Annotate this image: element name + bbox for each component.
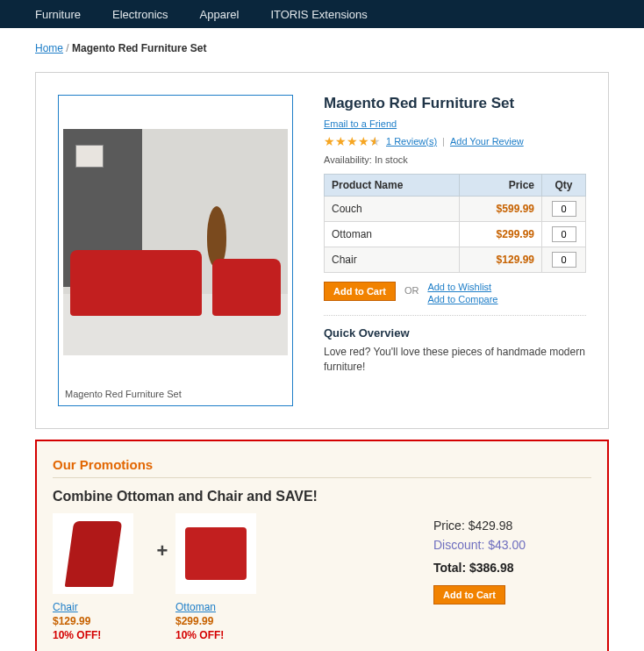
pipe-separator: |	[442, 136, 445, 147]
promo-item-discount: 10% OFF!	[53, 629, 149, 641]
option-price: $299.99	[459, 222, 541, 247]
promo-name-link[interactable]: Ottoman	[175, 601, 272, 613]
promo-discount-line: Discount: $43.00	[433, 538, 591, 552]
nav-item-furniture[interactable]: Furniture	[11, 8, 97, 21]
plus-icon: +	[149, 513, 175, 562]
nav-item-apparel[interactable]: Apparel	[184, 8, 255, 21]
promotions-heading: Our Promotions	[53, 457, 591, 478]
promo-item-ottoman: Ottoman $299.99 10% OFF!	[175, 513, 272, 641]
quick-overview-text: Love red? You'll love these pieces of ha…	[324, 345, 586, 375]
rating-stars-icon: ★★★★★	[324, 135, 381, 147]
availability-label: Availability:	[324, 154, 372, 165]
qty-input-couch[interactable]	[552, 201, 576, 217]
promo-total-value: $386.98	[469, 561, 514, 575]
add-to-wishlist-link[interactable]: Add to Wishlist	[427, 282, 497, 292]
add-review-link[interactable]: Add Your Review	[450, 136, 524, 147]
breadcrumb-home[interactable]: Home	[35, 42, 63, 54]
email-friend-link[interactable]: Email to a Friend	[324, 118, 397, 129]
option-name: Couch	[325, 197, 460, 222]
table-row: Chair $129.99	[325, 247, 586, 273]
promo-price-label: Price:	[433, 519, 465, 533]
product-image	[63, 129, 288, 355]
promotions-panel: Our Promotions Combine Ottoman and Chair…	[35, 440, 609, 651]
availability-value: In stock	[375, 154, 408, 165]
promo-add-to-cart-button[interactable]: Add to Cart	[433, 585, 505, 604]
nav-item-electronics[interactable]: Electronics	[97, 8, 184, 21]
table-row: Ottoman $299.99	[325, 222, 586, 247]
product-image-box[interactable]: Magento Red Furniture Set	[58, 95, 293, 406]
top-nav: Furniture Electronics Apparel ITORIS Ext…	[0, 0, 644, 28]
promo-price-line: Price: $429.98	[433, 519, 591, 533]
promo-discount-label: Discount:	[433, 538, 484, 552]
breadcrumb-current: Magento Red Furniture Set	[72, 42, 206, 54]
promo-item-chair: Chair $129.99 10% OFF!	[53, 513, 149, 641]
table-row: Couch $599.99	[325, 197, 586, 222]
promo-totals: Price: $429.98 Discount: $43.00 Total: $…	[433, 513, 591, 604]
col-product-name: Product Name	[325, 175, 460, 197]
product-gallery: Magento Red Furniture Set	[58, 95, 293, 406]
review-summary: ★★★★★ 1 Review(s) | Add Your Review	[324, 135, 586, 147]
promo-total-line: Total: $386.98	[433, 561, 591, 575]
nav-item-itoris[interactable]: ITORIS Extensions	[254, 8, 383, 21]
promo-item-discount: 10% OFF!	[175, 629, 272, 641]
quick-overview-heading: Quick Overview	[324, 326, 586, 340]
qty-input-chair[interactable]	[552, 252, 576, 268]
promo-price-value: $429.98	[469, 519, 513, 533]
col-qty: Qty	[542, 175, 586, 197]
add-to-cart-row: Add to Cart OR Add to Wishlist Add to Co…	[324, 282, 586, 316]
product-title: Magento Red Furniture Set	[324, 95, 586, 112]
reviews-count-link[interactable]: 1 Review(s)	[386, 136, 437, 147]
promo-image-chair[interactable]	[53, 513, 133, 594]
product-details: Magento Red Furniture Set Email to a Fri…	[324, 95, 586, 406]
breadcrumb: Home / Magento Red Furniture Set	[0, 28, 644, 63]
promo-item-price: $299.99	[175, 615, 272, 627]
add-to-cart-button[interactable]: Add to Cart	[324, 282, 396, 301]
option-name: Chair	[325, 247, 460, 273]
promo-discount-value: $43.00	[488, 538, 526, 552]
promo-item-price: $129.99	[53, 615, 149, 627]
promotion-title: Combine Ottoman and Chair and SAVE!	[53, 489, 591, 504]
promo-image-ottoman[interactable]	[175, 513, 256, 594]
option-name: Ottoman	[325, 222, 460, 247]
option-price: $129.99	[459, 247, 541, 273]
product-main: Magento Red Furniture Set Magento Red Fu…	[35, 72, 609, 429]
availability: Availability: In stock	[324, 154, 586, 165]
breadcrumb-sep: /	[66, 42, 68, 54]
promo-total-label: Total:	[433, 561, 466, 575]
add-to-compare-link[interactable]: Add to Compare	[427, 294, 497, 304]
col-price: Price	[459, 175, 541, 197]
or-label: OR	[404, 282, 419, 296]
product-image-caption: Magento Red Furniture Set	[63, 383, 288, 401]
product-options-table: Product Name Price Qty Couch $599.99 Ott…	[324, 174, 586, 273]
qty-input-ottoman[interactable]	[552, 226, 576, 242]
option-price: $599.99	[459, 197, 541, 222]
promo-name-link[interactable]: Chair	[53, 601, 149, 613]
